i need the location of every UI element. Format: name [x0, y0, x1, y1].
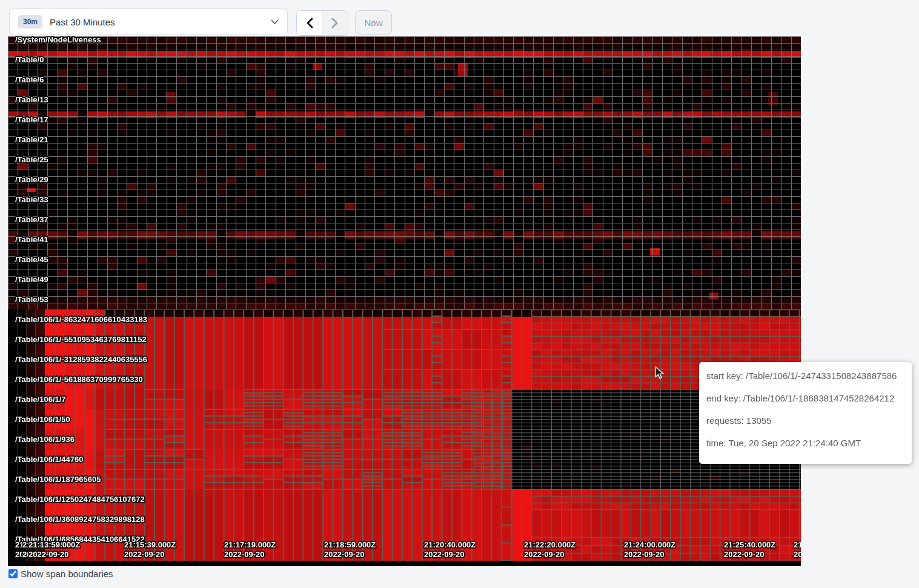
tooltip-time: time: Tue, 20 Sep 2022 21:24:40 GMT — [706, 432, 912, 454]
tooltip-requests: requests: 13055 — [706, 409, 912, 432]
time-nav-group — [296, 10, 348, 36]
time-range-label: Past 30 Minutes — [50, 17, 115, 27]
tooltip-end-key: end key: /Table/106/1/-18683814745282642… — [706, 387, 912, 409]
time-range-select[interactable]: 30m Past 30 Minutes — [9, 8, 288, 35]
show-span-boundaries: Show span boundaries — [8, 569, 113, 579]
chevron-left-icon — [306, 18, 313, 28]
show-span-boundaries-checkbox[interactable] — [8, 569, 18, 578]
prev-time-button[interactable] — [297, 11, 322, 35]
time-range-badge: 30m — [18, 15, 42, 28]
next-time-button[interactable] — [322, 11, 348, 35]
mouse-cursor — [655, 366, 665, 380]
chevron-right-icon — [331, 18, 339, 28]
heatmap-canvas[interactable] — [8, 36, 801, 566]
hover-tooltip: start key: /Table/106/1/-247433150824388… — [699, 362, 912, 464]
show-span-boundaries-label: Show span boundaries — [21, 569, 113, 579]
chevron-down-icon — [271, 19, 279, 25]
key-visualizer-page: 30m Past 30 Minutes Now start key: /Tab — [0, 0, 919, 588]
key-visualizer: start key: /Table/106/1/-247433150824388… — [8, 36, 801, 566]
tooltip-start-key: start key: /Table/106/1/-247433150824388… — [706, 365, 912, 387]
now-button[interactable]: Now — [355, 10, 392, 35]
